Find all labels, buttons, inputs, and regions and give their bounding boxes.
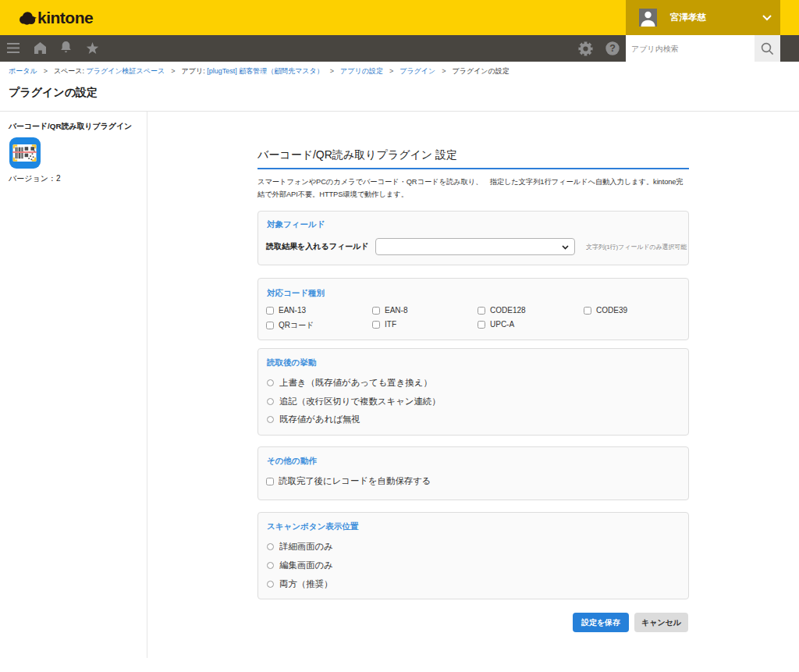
svg-text:?: ? bbox=[609, 43, 616, 54]
